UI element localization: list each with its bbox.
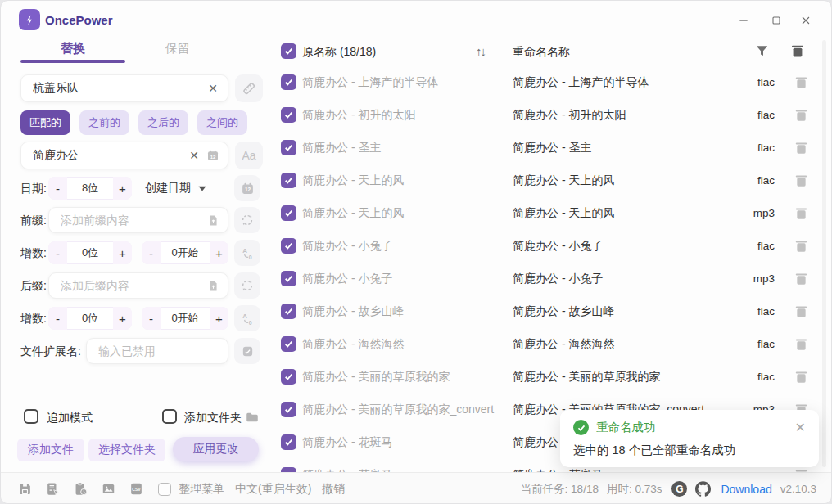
original-name: 简鹿办公 - 故乡山峰: [302, 304, 404, 319]
increment1-digits-minus-button[interactable]: -: [48, 241, 67, 264]
row-trash-icon[interactable]: [794, 140, 809, 155]
renamed-name: 简鹿办公 - 小兔子: [513, 239, 603, 254]
maximize-button[interactable]: [767, 12, 785, 29]
save-icon[interactable]: [17, 481, 33, 497]
select-all-checkbox[interactable]: [281, 43, 296, 59]
file-row: 简鹿办公 - 美丽的草原我的家 简鹿办公 - 美丽的草原我的家 flac: [275, 361, 822, 394]
increment1-start-value: 0开始: [161, 241, 210, 264]
replace-input-box: ✕ 12: [20, 142, 228, 169]
vertical-scrollbar[interactable]: [822, 40, 826, 467]
minimize-icon: [737, 14, 750, 27]
row-checkbox[interactable]: [281, 140, 296, 155]
append-mode-checkbox[interactable]: [24, 409, 38, 424]
row-checkbox[interactable]: [281, 304, 296, 319]
file-row: 简鹿办公 - 初升的太阳 简鹿办公 - 初升的太阳 flac: [275, 99, 822, 132]
renamed-name: 简鹿办公 - 天上的风: [513, 206, 614, 221]
add-folder-label: 添加文件夹: [184, 411, 242, 425]
row-checkbox[interactable]: [281, 336, 296, 352]
row-checkbox[interactable]: [281, 434, 296, 450]
apply-changes-button[interactable]: 应用更改: [173, 437, 259, 461]
replace-input[interactable]: [31, 148, 188, 163]
toast-message: 选中的 18 个已全部重命名成功: [573, 443, 806, 458]
row-checkbox[interactable]: [281, 271, 296, 286]
image-icon[interactable]: [101, 481, 116, 497]
suffix-input[interactable]: [59, 278, 207, 293]
extension-toggle-button[interactable]: [234, 338, 260, 364]
export-list-icon[interactable]: [45, 481, 61, 497]
increment1-numbering-button[interactable]: A0: [234, 240, 260, 266]
renamed-name: 简鹿办公 - 初升的太阳: [513, 108, 626, 123]
letter-to-number-icon: A0: [240, 245, 255, 260]
organize-menu-label: 整理菜单: [179, 482, 224, 497]
download-link[interactable]: Download: [721, 483, 771, 496]
check-icon: [283, 208, 294, 218]
increment2-digits-minus-button[interactable]: -: [48, 307, 67, 330]
github-icon[interactable]: [695, 481, 711, 497]
undo-button[interactable]: 撤销: [322, 482, 345, 497]
row-trash-icon[interactable]: [794, 74, 809, 90]
date-type-dropdown[interactable]: 创建日期: [145, 176, 206, 200]
add-files-button[interactable]: 添加文件: [17, 439, 84, 461]
row-trash-icon[interactable]: [794, 304, 809, 319]
renamed-name: 简鹿办公 - 海然海然: [513, 337, 614, 352]
row-trash-icon[interactable]: [794, 271, 809, 286]
close-button[interactable]: [797, 12, 815, 29]
gitee-icon[interactable]: G: [671, 481, 687, 497]
mode-button-before[interactable]: 之前的: [79, 110, 129, 135]
increment2-numbering-button[interactable]: A0: [234, 305, 260, 331]
mode-button-matched[interactable]: 匹配的: [20, 110, 70, 135]
file-insert-icon[interactable]: [207, 214, 219, 227]
tab-keep[interactable]: 保留: [125, 38, 230, 58]
row-checkbox[interactable]: [281, 107, 296, 123]
delete-all-icon[interactable]: [789, 43, 806, 59]
date-digits-plus-button[interactable]: +: [113, 177, 132, 200]
clear-match-icon[interactable]: ✕: [206, 82, 219, 95]
organize-menu-checkbox[interactable]: [158, 483, 171, 496]
increment2-start-plus-button[interactable]: +: [210, 307, 228, 330]
sort-icon[interactable]: ↑↓: [476, 44, 485, 58]
extension-input[interactable]: [97, 344, 219, 358]
prefix-input[interactable]: [59, 213, 207, 227]
row-trash-icon[interactable]: [794, 107, 809, 123]
row-trash-icon[interactable]: [794, 369, 809, 385]
case-toggle-button[interactable]: Aa: [235, 142, 263, 169]
suffix-loop-button[interactable]: [234, 272, 260, 299]
minimize-button[interactable]: [735, 12, 753, 29]
select-folder-button[interactable]: 选择文件夹: [88, 439, 165, 461]
row-trash-icon[interactable]: [794, 205, 809, 221]
mode-button-after[interactable]: 之后的: [138, 110, 188, 135]
filter-icon[interactable]: [754, 43, 770, 59]
original-names-header: 原名称 (18/18): [302, 45, 376, 60]
row-trash-icon[interactable]: [794, 173, 809, 188]
elapsed-time: 用时: 0.73s: [607, 482, 662, 497]
row-trash-icon[interactable]: [794, 238, 809, 254]
row-checkbox[interactable]: [281, 205, 296, 221]
language-selector[interactable]: 中文(重启生效): [235, 482, 311, 497]
row-checkbox[interactable]: [281, 238, 296, 254]
increment2-digits-plus-button[interactable]: +: [113, 307, 132, 330]
history-clipboard-icon[interactable]: [73, 481, 88, 497]
increment1-start-stepper: - 0开始 +: [142, 241, 228, 264]
date-digits-minus-button[interactable]: -: [48, 177, 67, 200]
date-calendar-button[interactable]: 12: [234, 175, 260, 201]
clear-replace-icon[interactable]: ✕: [188, 149, 201, 162]
csv-export-icon[interactable]: CSV: [129, 481, 144, 497]
row-checkbox[interactable]: [281, 402, 296, 417]
match-input[interactable]: [31, 81, 206, 96]
tab-replace[interactable]: 替换: [20, 38, 125, 58]
eraser-button[interactable]: [235, 74, 263, 102]
increment1-digits-plus-button[interactable]: +: [113, 241, 132, 264]
row-checkbox[interactable]: [281, 74, 296, 90]
increment1-start-plus-button[interactable]: +: [210, 241, 228, 264]
mode-button-between[interactable]: 之间的: [197, 110, 247, 135]
row-checkbox[interactable]: [281, 173, 296, 188]
row-trash-icon[interactable]: [794, 336, 809, 352]
file-insert-icon[interactable]: [207, 280, 219, 292]
row-checkbox[interactable]: [281, 369, 296, 385]
prefix-loop-button[interactable]: [234, 207, 260, 233]
calendar-icon[interactable]: 12: [206, 149, 219, 162]
increment2-start-minus-button[interactable]: -: [142, 307, 161, 330]
toast-close-icon[interactable]: ✕: [795, 420, 806, 435]
add-folder-checkbox[interactable]: [162, 409, 177, 424]
increment1-start-minus-button[interactable]: -: [142, 241, 161, 264]
